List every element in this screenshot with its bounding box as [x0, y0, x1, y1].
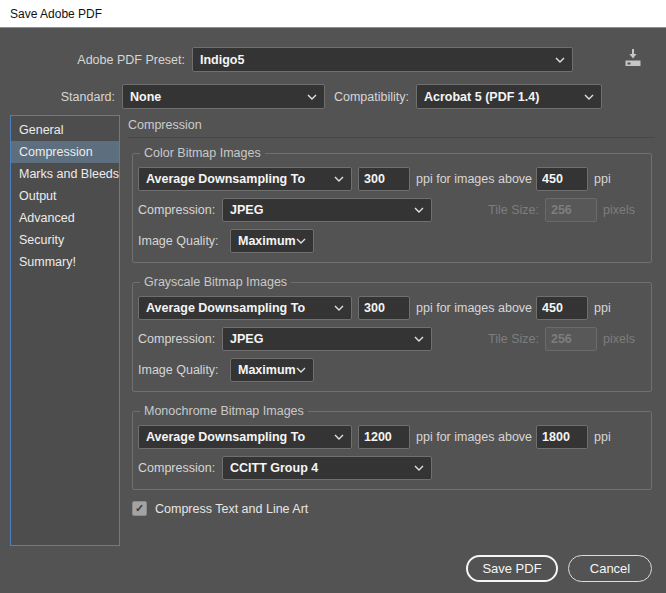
grayscale-tile-suffix: pixels	[603, 332, 635, 346]
compression-panel: Compression Color Bitmap Images Average …	[128, 118, 655, 516]
sidebar-item-summary[interactable]: Summary!	[11, 251, 119, 273]
save-pdf-button[interactable]: Save PDF	[466, 555, 558, 582]
monochrome-compression-dropdown[interactable]: CCITT Group 4	[222, 456, 432, 480]
color-quality-dropdown[interactable]: Maximum	[230, 229, 314, 253]
color-downsample-row: Average Downsampling To ppi for images a…	[138, 167, 646, 191]
compatibility-value: Acrobat 5 (PDF 1.4)	[424, 90, 539, 104]
sidebar-item-general[interactable]: General	[11, 119, 119, 141]
color-compression-dropdown[interactable]: JPEG	[222, 198, 432, 222]
section-list: General Compression Marks and Bleeds Out…	[10, 115, 120, 546]
monochrome-bitmap-group-title: Monochrome Bitmap Images	[140, 404, 308, 418]
compress-text-checkbox[interactable]: ✓	[132, 501, 147, 516]
color-compression-value: JPEG	[230, 203, 263, 217]
standard-row: Standard: None Compatibility: Acrobat 5 …	[0, 84, 666, 109]
grayscale-compression-row: Compression: JPEG Tile Size: pixels	[138, 327, 646, 351]
color-tile-size: Tile Size: pixels	[488, 198, 635, 222]
grayscale-quality-label: Image Quality:	[138, 363, 230, 377]
grayscale-downsample-value: Average Downsampling To	[146, 301, 305, 315]
compatibility-dropdown[interactable]: Acrobat 5 (PDF 1.4)	[416, 84, 602, 109]
standard-value: None	[130, 90, 161, 104]
color-compression-label: Compression:	[138, 203, 222, 217]
window-title: Save Adobe PDF	[10, 7, 102, 21]
sidebar-item-compression[interactable]: Compression	[11, 141, 119, 163]
grayscale-quality-row: Image Quality: Maximum	[138, 358, 646, 382]
monochrome-ppi-input[interactable]	[358, 425, 410, 449]
preset-label: Adobe PDF Preset:	[0, 53, 185, 67]
save-preset-icon	[621, 46, 645, 74]
monochrome-bitmap-group: Monochrome Bitmap Images Average Downsam…	[132, 411, 652, 490]
chevron-down-icon	[334, 305, 344, 311]
chevron-down-icon	[334, 176, 344, 182]
panel-divider	[128, 137, 655, 138]
monochrome-compression-label: Compression:	[138, 461, 222, 475]
grayscale-above-label: ppi for images above	[416, 301, 532, 315]
color-bitmap-group-title: Color Bitmap Images	[140, 146, 265, 160]
standard-label: Standard:	[0, 90, 115, 104]
color-tile-suffix: pixels	[603, 203, 635, 217]
chevron-down-icon	[414, 336, 424, 342]
monochrome-above-label: ppi for images above	[416, 430, 532, 444]
grayscale-ppi-input[interactable]	[358, 296, 410, 320]
monochrome-compression-value: CCITT Group 4	[230, 461, 318, 475]
color-compression-row: Compression: JPEG Tile Size: pixels	[138, 198, 646, 222]
chevron-down-icon	[307, 94, 317, 100]
grayscale-tile-label: Tile Size:	[488, 332, 539, 346]
preset-dropdown[interactable]: Indigo5	[192, 47, 573, 72]
color-above-label: ppi for images above	[416, 172, 532, 186]
dialog-footer: Save PDF Cancel	[466, 555, 652, 582]
grayscale-downsample-row: Average Downsampling To ppi for images a…	[138, 296, 646, 320]
save-adobe-pdf-dialog: Save Adobe PDF Adobe PDF Preset: Indigo5…	[0, 0, 666, 593]
standard-dropdown[interactable]: None	[122, 84, 325, 109]
color-tile-input	[545, 198, 597, 222]
grayscale-tile-size: Tile Size: pixels	[488, 327, 635, 351]
grayscale-tile-input	[545, 327, 597, 351]
color-threshold-input[interactable]	[536, 167, 588, 191]
color-quality-value: Maximum	[238, 234, 296, 248]
chevron-down-icon	[296, 238, 306, 244]
compatibility-label: Compatibility:	[325, 90, 409, 104]
chevron-down-icon	[334, 434, 344, 440]
monochrome-downsample-row: Average Downsampling To ppi for images a…	[138, 425, 646, 449]
grayscale-compression-dropdown[interactable]: JPEG	[222, 327, 432, 351]
color-downsample-dropdown[interactable]: Average Downsampling To	[138, 167, 352, 191]
grayscale-bitmap-group: Grayscale Bitmap Images Average Downsamp…	[132, 282, 652, 392]
panel-title: Compression	[128, 118, 655, 132]
color-ppi-suffix: ppi	[594, 172, 611, 186]
color-downsample-value: Average Downsampling To	[146, 172, 305, 186]
grayscale-bitmap-group-title: Grayscale Bitmap Images	[140, 275, 291, 289]
compress-text-label: Compress Text and Line Art	[155, 502, 308, 516]
chevron-down-icon	[414, 465, 424, 471]
color-bitmap-group: Color Bitmap Images Average Downsampling…	[132, 153, 652, 263]
monochrome-downsample-value: Average Downsampling To	[146, 430, 305, 444]
color-tile-label: Tile Size:	[488, 203, 539, 217]
sidebar-item-security[interactable]: Security	[11, 229, 119, 251]
chevron-down-icon	[555, 57, 565, 63]
grayscale-quality-value: Maximum	[238, 363, 296, 377]
sidebar-item-marks-and-bleeds[interactable]: Marks and Bleeds	[11, 163, 119, 185]
compress-text-row: ✓ Compress Text and Line Art	[132, 501, 655, 516]
chevron-down-icon	[414, 207, 424, 213]
grayscale-compression-value: JPEG	[230, 332, 263, 346]
grayscale-ppi-suffix: ppi	[594, 301, 611, 315]
grayscale-downsample-dropdown[interactable]: Average Downsampling To	[138, 296, 352, 320]
cancel-button[interactable]: Cancel	[568, 555, 652, 582]
color-quality-row: Image Quality: Maximum	[138, 229, 646, 253]
grayscale-threshold-input[interactable]	[536, 296, 588, 320]
sidebar-item-output[interactable]: Output	[11, 185, 119, 207]
sidebar-item-advanced[interactable]: Advanced	[11, 207, 119, 229]
title-bar: Save Adobe PDF	[0, 0, 666, 28]
save-preset-button[interactable]	[619, 46, 647, 74]
grayscale-quality-dropdown[interactable]: Maximum	[230, 358, 314, 382]
monochrome-compression-row: Compression: CCITT Group 4	[138, 456, 646, 480]
preset-value: Indigo5	[200, 53, 244, 67]
preset-row: Adobe PDF Preset: Indigo5	[0, 47, 666, 72]
monochrome-ppi-suffix: ppi	[594, 430, 611, 444]
grayscale-compression-label: Compression:	[138, 332, 222, 346]
color-quality-label: Image Quality:	[138, 234, 230, 248]
monochrome-downsample-dropdown[interactable]: Average Downsampling To	[138, 425, 352, 449]
monochrome-threshold-input[interactable]	[536, 425, 588, 449]
color-ppi-input[interactable]	[358, 167, 410, 191]
chevron-down-icon	[584, 94, 594, 100]
checkmark-icon: ✓	[135, 502, 144, 515]
chevron-down-icon	[296, 367, 306, 373]
